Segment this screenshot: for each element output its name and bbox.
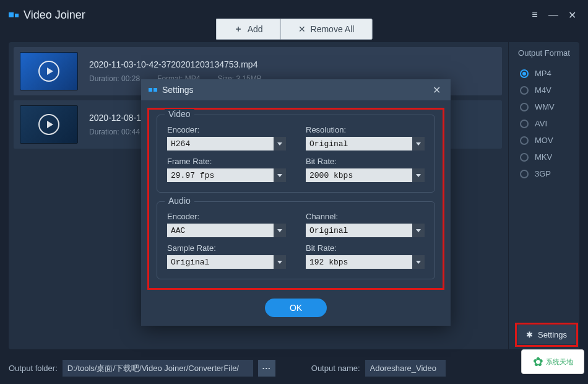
radio-icon (520, 170, 529, 178)
dialog-titlebar: Settings ✕ (141, 79, 451, 100)
format-option-m4v[interactable]: M4V (515, 82, 573, 98)
settings-dialog: Settings ✕ Video Encoder: H264 Resolutio… (141, 79, 451, 326)
video-encoder-label: Encoder: (167, 125, 286, 134)
audio-channel-label: Channel: (306, 212, 425, 221)
audio-encoder-label: Encoder: (167, 212, 286, 221)
video-resolution-label: Resolution: (306, 125, 425, 134)
chevron-down-icon (274, 255, 286, 269)
file-thumbnail[interactable] (20, 52, 78, 90)
app-icon (9, 12, 19, 17)
settings-button-label: Settings (538, 330, 567, 339)
output-format-title: Output Format (515, 48, 573, 58)
x-icon: ✕ (298, 24, 306, 34)
plus-icon: ＋ (234, 24, 243, 35)
ok-button[interactable]: OK (265, 299, 327, 317)
file-name: 2020-12-08-13 (89, 113, 146, 123)
radio-icon (520, 103, 529, 111)
format-option-mov[interactable]: MOV (515, 132, 573, 149)
audio-samplerate-select[interactable]: Original (167, 255, 286, 269)
chevron-down-icon (274, 137, 286, 151)
audio-bitrate-select[interactable]: 192 kbps (306, 255, 425, 269)
radio-icon (520, 120, 529, 128)
video-resolution-select[interactable]: Original (306, 137, 425, 151)
output-folder-label: Output folder: (9, 364, 58, 373)
main-toolbar: ＋ Add ✕ Remove All (216, 19, 373, 40)
close-window-button[interactable]: ✕ (564, 7, 579, 22)
audio-channel-select[interactable]: Original (306, 224, 425, 237)
radio-icon (520, 153, 529, 162)
format-option-avi[interactable]: AVI (515, 115, 573, 132)
format-option-mp4[interactable]: MP4 (515, 65, 573, 82)
remove-all-label: Remove All (311, 24, 355, 34)
audio-settings-group: Audio Encoder: AAC Channel: Original Sam… (157, 201, 435, 279)
footer-bar: Output folder: ··· Output name: (9, 360, 579, 377)
settings-highlight: Video Encoder: H264 Resolution: Original… (147, 108, 444, 290)
settings-button-highlight: ✱ Settings (515, 323, 578, 347)
gear-icon: ✱ (526, 330, 533, 339)
app-icon (149, 88, 157, 92)
audio-encoder-select[interactable]: AAC (167, 224, 286, 237)
video-framerate-label: Frame Rate: (167, 157, 286, 166)
app-title: Video Joiner (24, 9, 85, 22)
video-legend: Video (165, 109, 194, 119)
chevron-down-icon (274, 168, 286, 182)
add-button[interactable]: ＋ Add (216, 19, 280, 40)
video-encoder-select[interactable]: H264 (167, 137, 286, 151)
app-logo: Video Joiner (9, 9, 85, 22)
minimize-button[interactable]: — (546, 7, 561, 22)
output-name-label: Output name: (311, 364, 360, 373)
dialog-close-button[interactable]: ✕ (430, 84, 443, 96)
play-icon (38, 114, 59, 135)
menu-icon[interactable]: ≡ (527, 7, 542, 22)
audio-samplerate-label: Sample Rate: (167, 243, 286, 253)
file-duration: Duration: 00:44 (89, 128, 140, 136)
video-bitrate-label: Bit Rate: (306, 157, 425, 166)
output-folder-input[interactable] (63, 360, 253, 377)
browse-folder-button[interactable]: ··· (258, 360, 275, 377)
radio-icon (520, 86, 529, 95)
add-button-label: Add (248, 24, 263, 34)
chevron-down-icon (274, 224, 286, 237)
chevron-down-icon (412, 168, 425, 182)
dialog-title: Settings (162, 85, 194, 95)
radio-icon (520, 136, 529, 145)
settings-button[interactable]: ✱ Settings (517, 325, 576, 344)
video-framerate-select[interactable]: 29.97 fps (167, 168, 286, 182)
radio-icon (520, 69, 529, 78)
output-format-panel: Output Format MP4 M4V WMV AVI MOV MKV 3G… (508, 42, 579, 349)
file-info: 2020-12-08-13 Duration: 00:44 (89, 113, 146, 136)
file-thumbnail[interactable] (20, 105, 78, 144)
chevron-down-icon (412, 137, 425, 151)
output-name-input[interactable] (365, 360, 446, 377)
file-name: 2020-11-03-10-42-3720201203134753.mp4 (89, 59, 262, 69)
video-settings-group: Video Encoder: H264 Resolution: Original… (157, 115, 435, 193)
audio-bitrate-label: Bit Rate: (306, 243, 425, 253)
format-option-wmv[interactable]: WMV (515, 98, 573, 115)
video-bitrate-select[interactable]: 2000 kbps (306, 168, 425, 182)
format-option-mkv[interactable]: MKV (515, 149, 573, 165)
format-option-3gp[interactable]: 3GP (515, 165, 573, 182)
play-icon (38, 61, 59, 82)
chevron-down-icon (412, 224, 425, 237)
file-duration: Duration: 00:28 (89, 74, 140, 83)
remove-all-button[interactable]: ✕ Remove All (280, 19, 373, 40)
watermark-badge: ✿系统天地 (521, 349, 584, 374)
audio-legend: Audio (165, 196, 194, 206)
chevron-down-icon (412, 255, 425, 269)
